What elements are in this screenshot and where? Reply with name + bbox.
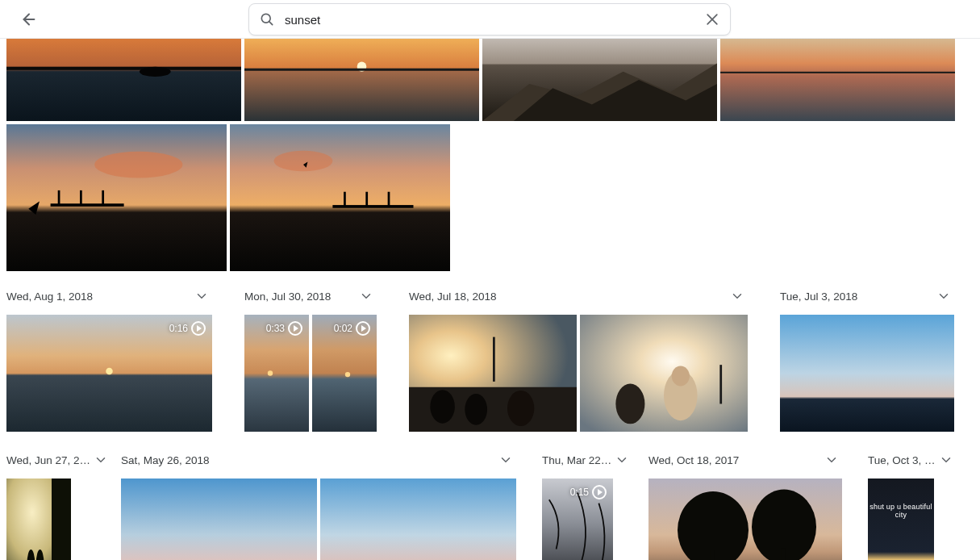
svg-rect-60 (868, 479, 934, 560)
video-duration: 0:33 (266, 323, 285, 334)
video-thumb[interactable]: 0:33 (244, 315, 309, 432)
date-label: Thu, Mar 22… (542, 454, 611, 466)
svg-rect-10 (244, 69, 479, 71)
svg-point-17 (94, 152, 182, 178)
photo-thumb[interactable]: shut up u beautiful city (868, 479, 934, 560)
svg-rect-22 (230, 124, 450, 271)
date-group: Wed, Aug 1, 2018 0:16 (6, 286, 212, 435)
video-duration: 0:02 (334, 323, 352, 334)
date-header[interactable]: Wed, Aug 1, 2018 (6, 286, 212, 307)
search-box[interactable] (248, 3, 731, 36)
photo-caption: shut up u beautiful city (868, 503, 934, 519)
date-groups-row: Wed, Aug 1, 2018 0:16 (6, 286, 974, 435)
video-thumb[interactable]: 0:15 (542, 479, 613, 560)
date-label: Wed, Aug 1, 2018 (6, 290, 93, 303)
svg-rect-6 (6, 67, 241, 70)
svg-rect-21 (102, 190, 104, 205)
photo-thumb[interactable] (230, 124, 450, 271)
svg-rect-58 (782, 548, 786, 560)
play-icon (356, 321, 370, 336)
chevron-down-icon (495, 449, 516, 470)
svg-rect-15 (720, 72, 955, 73)
date-group: Sat, May 26, 2018 (121, 449, 516, 560)
photo-thumb[interactable] (648, 479, 842, 560)
chevron-down-icon (933, 286, 954, 307)
svg-point-29 (106, 368, 113, 375)
svg-rect-8 (244, 39, 479, 121)
play-icon (288, 321, 302, 336)
date-header[interactable]: Wed, Jul 18, 2018 (409, 286, 748, 307)
date-header[interactable]: Sat, May 26, 2018 (121, 449, 516, 470)
photo-thumb[interactable] (6, 39, 241, 121)
date-header[interactable]: Thu, Mar 22… (542, 449, 623, 470)
svg-rect-35 (493, 337, 495, 382)
date-label: Wed, Jul 18, 2018 (409, 290, 497, 303)
svg-rect-18 (51, 203, 124, 207)
photo-thumb[interactable] (482, 39, 717, 121)
video-badge: 0:16 (169, 321, 206, 336)
search-input[interactable] (285, 13, 694, 27)
clear-search-button[interactable] (694, 11, 730, 27)
svg-rect-27 (388, 192, 390, 207)
photo-thumb[interactable] (780, 315, 954, 432)
svg-rect-45 (780, 315, 954, 432)
chevron-down-icon (191, 286, 212, 307)
play-icon (592, 485, 607, 499)
photo-row (6, 39, 974, 121)
video-thumb[interactable]: 0:02 (312, 315, 377, 432)
photo-thumb[interactable] (6, 479, 71, 560)
svg-rect-44 (719, 365, 722, 403)
date-group: Wed, Oct 18, 2017 (648, 449, 842, 560)
date-group: Wed, Jul 18, 2018 (409, 286, 748, 435)
svg-rect-16 (6, 124, 227, 271)
date-label: Wed, Jun 27, 2… (6, 454, 90, 466)
chevron-down-icon (936, 449, 957, 470)
chevron-down-icon (611, 449, 632, 470)
date-header[interactable]: Wed, Oct 18, 2017 (648, 449, 842, 470)
photo-thumb[interactable] (580, 315, 748, 432)
play-icon (191, 321, 206, 336)
date-group: Mon, Jul 30, 2018 0:33 (244, 286, 377, 435)
svg-rect-40 (580, 315, 748, 432)
svg-point-23 (274, 151, 333, 171)
photo-thumb[interactable] (320, 479, 516, 560)
svg-rect-14 (720, 39, 955, 121)
photo-thumb[interactable] (720, 39, 955, 121)
chevron-down-icon (90, 449, 111, 470)
svg-rect-20 (80, 190, 82, 205)
back-button[interactable] (13, 3, 45, 36)
video-duration: 0:16 (169, 323, 188, 334)
date-label: Wed, Oct 18, 2017 (648, 454, 739, 466)
date-label: Tue, Jul 3, 2018 (780, 290, 857, 303)
date-label: Mon, Jul 30, 2018 (244, 290, 331, 303)
photo-thumb[interactable] (121, 479, 317, 560)
video-thumb[interactable]: 0:16 (6, 315, 212, 432)
date-header[interactable]: Tue, Oct 3, … (868, 449, 949, 470)
date-header[interactable]: Tue, Jul 3, 2018 (780, 286, 954, 307)
svg-point-31 (268, 370, 273, 375)
date-group: Tue, Jul 3, 2018 (780, 286, 954, 435)
svg-rect-19 (58, 190, 60, 205)
photo-thumb[interactable] (244, 39, 479, 121)
svg-rect-26 (365, 192, 368, 207)
svg-point-39 (507, 391, 534, 426)
svg-point-41 (615, 384, 644, 424)
date-group: Thu, Mar 22… 0:15 (542, 449, 623, 560)
chevron-down-icon (821, 449, 842, 470)
svg-rect-57 (711, 550, 715, 560)
photo-thumb[interactable] (6, 124, 227, 271)
video-badge: 0:15 (570, 485, 607, 499)
date-label: Sat, May 26, 2018 (121, 454, 210, 466)
svg-point-37 (430, 390, 455, 423)
chevron-down-icon (356, 286, 377, 307)
results-content: Wed, Aug 1, 2018 0:16 (0, 39, 980, 560)
svg-rect-47 (52, 479, 71, 560)
svg-line-2 (269, 22, 273, 25)
photo-thumb[interactable] (409, 315, 577, 432)
date-label: Tue, Oct 3, … (868, 454, 936, 466)
svg-rect-51 (121, 479, 317, 560)
date-header[interactable]: Wed, Jun 27, 2… (6, 449, 95, 470)
date-header[interactable]: Mon, Jul 30, 2018 (244, 286, 377, 307)
svg-rect-52 (320, 479, 516, 560)
date-group: Wed, Jun 27, 2… (6, 449, 95, 560)
